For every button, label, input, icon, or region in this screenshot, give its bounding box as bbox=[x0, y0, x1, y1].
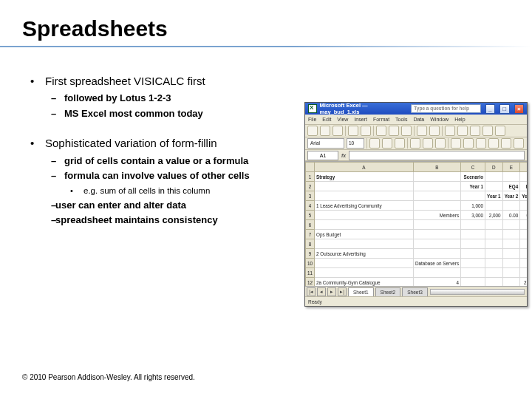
cell[interactable] bbox=[315, 268, 414, 278]
cell[interactable] bbox=[413, 201, 460, 211]
column-header[interactable]: E bbox=[502, 163, 520, 172]
undo-icon[interactable] bbox=[417, 126, 427, 136]
tab-prev-icon[interactable]: ◂ bbox=[317, 287, 326, 296]
tab-next-icon[interactable]: ▸ bbox=[327, 287, 336, 296]
chart-icon[interactable] bbox=[482, 126, 493, 136]
cell[interactable] bbox=[485, 220, 503, 230]
cell[interactable] bbox=[485, 201, 503, 211]
underline-icon[interactable] bbox=[395, 138, 405, 149]
column-header[interactable]: C bbox=[461, 163, 485, 172]
cell[interactable] bbox=[502, 172, 520, 182]
cell[interactable] bbox=[485, 278, 503, 287]
fill-color-icon[interactable] bbox=[501, 138, 511, 149]
row-header[interactable]: 7 bbox=[306, 230, 315, 239]
cell[interactable] bbox=[413, 230, 460, 239]
horizontal-scrollbar[interactable] bbox=[430, 289, 525, 295]
menu-item[interactable]: Tools bbox=[395, 117, 407, 122]
zoom-icon[interactable] bbox=[495, 126, 505, 136]
row-header[interactable]: 9 bbox=[306, 249, 315, 259]
column-header[interactable]: A bbox=[315, 163, 414, 172]
cell[interactable]: 2,000 bbox=[520, 278, 527, 287]
menu-item[interactable]: Help bbox=[454, 117, 465, 122]
copy-icon[interactable] bbox=[389, 126, 399, 136]
cell[interactable] bbox=[520, 249, 527, 259]
cell[interactable] bbox=[520, 172, 527, 182]
cell[interactable] bbox=[413, 191, 460, 201]
cell[interactable]: 1 Lease Advertising Community bbox=[315, 201, 414, 211]
row-header[interactable]: 4 bbox=[306, 201, 315, 211]
name-box[interactable]: A1 bbox=[307, 151, 338, 160]
paste-icon[interactable] bbox=[401, 126, 412, 136]
percent-icon[interactable] bbox=[463, 138, 474, 149]
cell[interactable] bbox=[461, 191, 485, 201]
cell[interactable] bbox=[315, 239, 414, 249]
cell[interactable]: 3,000 bbox=[461, 211, 485, 220]
tab-first-icon[interactable]: |◂ bbox=[307, 287, 316, 296]
cell[interactable] bbox=[461, 239, 485, 249]
row-header[interactable]: 6 bbox=[306, 220, 315, 230]
cell[interactable] bbox=[315, 211, 414, 220]
open-icon[interactable] bbox=[320, 126, 330, 136]
borders-icon[interactable] bbox=[488, 138, 499, 149]
cell[interactable] bbox=[520, 239, 527, 249]
row-header[interactable]: 3 bbox=[306, 191, 315, 201]
cell[interactable] bbox=[520, 259, 527, 268]
cell[interactable] bbox=[461, 249, 485, 259]
sort-asc-icon[interactable] bbox=[457, 126, 468, 136]
cell[interactable] bbox=[485, 230, 503, 239]
row-header[interactable]: 5 bbox=[306, 211, 315, 220]
cell[interactable]: Year 2 bbox=[520, 191, 527, 201]
cell[interactable] bbox=[520, 201, 527, 211]
menu-item[interactable]: Insert bbox=[354, 117, 367, 122]
cell[interactable]: Year 1 bbox=[461, 182, 485, 191]
save-icon[interactable] bbox=[332, 126, 343, 136]
cell[interactable] bbox=[461, 230, 485, 239]
cell[interactable] bbox=[315, 220, 414, 230]
maximize-button[interactable]: □ bbox=[499, 104, 509, 114]
cell[interactable] bbox=[520, 220, 527, 230]
cell[interactable] bbox=[461, 268, 485, 278]
align-left-icon[interactable] bbox=[410, 138, 420, 149]
cell[interactable] bbox=[461, 259, 485, 268]
fx-icon[interactable]: fx bbox=[341, 153, 346, 158]
cell[interactable]: EQ4 bbox=[502, 182, 520, 191]
currency-icon[interactable] bbox=[451, 138, 461, 149]
cell[interactable] bbox=[520, 230, 527, 239]
close-button[interactable]: × bbox=[514, 104, 524, 114]
cell[interactable]: 2 Outsource Advertising bbox=[315, 249, 414, 259]
cell[interactable] bbox=[413, 182, 460, 191]
row-header[interactable]: 12 bbox=[306, 278, 315, 287]
cell[interactable]: 4 bbox=[413, 278, 460, 287]
formula-input[interactable] bbox=[349, 151, 525, 160]
cell[interactable] bbox=[485, 172, 503, 182]
font-color-icon[interactable] bbox=[514, 138, 524, 149]
cell[interactable]: Year 2 bbox=[502, 191, 520, 201]
menu-item[interactable]: Format bbox=[373, 117, 389, 122]
cell[interactable] bbox=[315, 259, 414, 268]
spreadsheet-grid[interactable]: ABCDEFGH1StrategyScenario2Year 1EQ4BQ4BQ… bbox=[305, 161, 527, 286]
cell[interactable]: Year 1 bbox=[485, 191, 503, 201]
row-header[interactable]: 1 bbox=[306, 172, 315, 182]
cell[interactable]: Members bbox=[413, 211, 460, 220]
redo-icon[interactable] bbox=[429, 126, 440, 136]
cell[interactable] bbox=[413, 268, 460, 278]
align-center-icon[interactable] bbox=[423, 138, 433, 149]
column-header[interactable] bbox=[306, 163, 315, 172]
preview-icon[interactable] bbox=[361, 126, 371, 136]
cell[interactable] bbox=[485, 249, 503, 259]
font-size-selector[interactable]: 10 bbox=[347, 138, 364, 149]
cell[interactable] bbox=[502, 230, 520, 239]
autosum-icon[interactable] bbox=[445, 126, 455, 136]
column-header[interactable]: B bbox=[413, 163, 460, 172]
help-search-box[interactable]: Type a question for help bbox=[411, 104, 480, 113]
sort-desc-icon[interactable] bbox=[470, 126, 480, 136]
menu-item[interactable]: File bbox=[308, 117, 316, 122]
row-header[interactable]: 10 bbox=[306, 259, 315, 268]
column-header[interactable]: D bbox=[485, 163, 503, 172]
sheet-tab[interactable]: Sheet1 bbox=[348, 287, 374, 296]
cell[interactable] bbox=[461, 220, 485, 230]
cell[interactable]: Strategy bbox=[315, 172, 414, 182]
comma-icon[interactable] bbox=[476, 138, 486, 149]
cell[interactable] bbox=[502, 278, 520, 287]
cell[interactable]: Ops Budget bbox=[315, 230, 414, 239]
